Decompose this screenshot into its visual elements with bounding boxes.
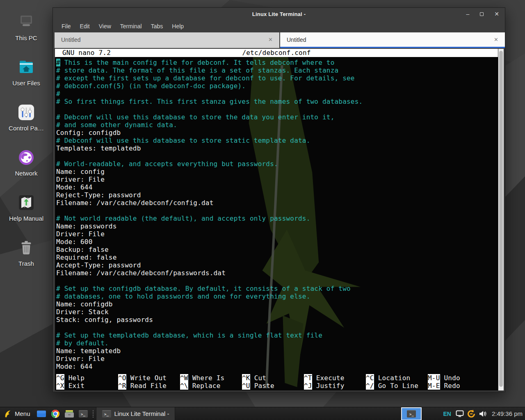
terminal-screen[interactable]: /etc/debconf.conf GNU nano 7.2 # This is… — [55, 49, 498, 390]
shortcut-location: ^CLocation — [366, 374, 428, 382]
shortcut-where-is: ^WWhere Is — [180, 374, 242, 382]
editor-line: Backup: false — [56, 246, 498, 253]
shortcut-undo: M-UUndo — [428, 374, 490, 382]
tab-label: Untitled — [61, 37, 80, 43]
editor-line: # except the first sets up a database fo… — [56, 74, 498, 82]
editor-line: # This is the main config file for debco… — [56, 59, 498, 66]
terminal-icon: >_ — [407, 410, 416, 418]
editor-line: # and some other dynamic data. — [56, 121, 498, 129]
menu-edit[interactable]: Edit — [75, 23, 94, 30]
menu-terminal[interactable]: Terminal — [116, 23, 146, 30]
tab-untitled-2[interactable]: Untitled ✕ — [280, 32, 505, 48]
editor-line: # debconf.conf(5) (in the debconf-doc pa… — [56, 82, 498, 90]
desktop-icon-user-files[interactable]: User Files — [0, 57, 52, 87]
scrollbar[interactable] — [498, 49, 504, 390]
menu-tabs[interactable]: Tabs — [146, 23, 168, 30]
control-panel-icon — [16, 103, 36, 122]
shortcut-execute: ^TExecute — [304, 374, 366, 382]
desktop-icon-label: Trash — [0, 260, 52, 267]
clock[interactable]: 2:49:36 pm — [492, 410, 523, 417]
editor-line: # store data. The format of this file is… — [56, 66, 498, 74]
terminal-icon: >_ — [79, 410, 88, 418]
menu-button[interactable]: Menu — [0, 407, 34, 420]
desktop-icon-label: This PC — [0, 34, 52, 41]
desktop-icon-trash[interactable]: Trash — [0, 238, 52, 267]
shortcut-cut: ^KCut — [242, 374, 304, 382]
terminal-window: Linux Lite Terminal - – ✕ FileEditViewTe… — [52, 7, 505, 392]
desktop-icon-this-pc[interactable]: This PC — [0, 12, 52, 41]
desktop-icon-network[interactable]: Network — [0, 148, 52, 177]
editor-line: # Set up the configdb database. By defau… — [56, 285, 498, 292]
launcher-chrome[interactable] — [49, 408, 62, 420]
editor-line: # Set up the templatedb database, which … — [56, 331, 498, 339]
editor-line: Driver: File — [56, 230, 498, 238]
home-folder-icon — [16, 57, 36, 77]
desktop-icon-blue — [37, 410, 46, 418]
editor-line: Mode: 600 — [56, 238, 498, 246]
editor-line: Mode: 644 — [56, 363, 498, 370]
language-indicator[interactable]: EN — [443, 411, 451, 417]
editor-line: Config: configdb — [56, 129, 498, 137]
shortcut-go-to-line: ^/Go To Line — [366, 382, 428, 390]
editor-line: Driver: File — [56, 355, 498, 363]
editor-line: # World-readable, and accepts everything… — [56, 160, 498, 168]
tab-untitled-1[interactable]: Untitled ✕ — [55, 32, 279, 48]
editor-line: Name: config — [56, 168, 498, 176]
shortcut-justify: ^JJustify — [304, 382, 366, 390]
launcher-desktop[interactable] — [35, 408, 48, 420]
task-button-label: Linux Lite Terminal - — [114, 410, 169, 417]
window-titlebar[interactable]: Linux Lite Terminal - – ✕ — [53, 8, 505, 20]
launcher-archive-manager[interactable] — [63, 408, 75, 420]
close-icon[interactable]: ✕ — [494, 11, 499, 17]
tab-label: Untitled — [287, 37, 306, 43]
editor-line: # by default. — [56, 339, 498, 347]
tab-close-icon[interactable]: ✕ — [268, 37, 273, 43]
editor-line — [56, 105, 498, 113]
shortcut-replace: ^\Replace — [180, 382, 242, 390]
menu-help[interactable]: Help — [167, 23, 188, 30]
editor-line: # Debconf will use this database to stor… — [56, 113, 498, 121]
network-globe-icon — [16, 148, 36, 167]
updates-tray-icon[interactable] — [466, 409, 476, 419]
editor-line — [56, 152, 498, 160]
menu-view[interactable]: View — [94, 23, 116, 30]
editor-content[interactable]: # This is the main config file for debco… — [55, 57, 498, 374]
editor-line: Stack: config, passwords — [56, 316, 498, 324]
editor-line: # Debconf will use this database to stor… — [56, 137, 498, 144]
scrollbar-thumb[interactable] — [499, 51, 503, 387]
shortcut-exit: ^XExit — [56, 382, 118, 390]
menu-button-label: Menu — [15, 410, 30, 417]
editor-line: Name: templatedb — [56, 347, 498, 355]
editor-line: Filename: /var/cache/debconf/passwords.d… — [56, 269, 498, 277]
maximize-icon[interactable] — [480, 11, 484, 17]
display-tray-icon[interactable] — [456, 410, 464, 417]
shortcut-redo: M-ERedo — [428, 382, 490, 390]
shortcut-write-out: ^OWrite Out — [118, 374, 180, 382]
trash-icon — [16, 238, 36, 258]
launcher-terminal[interactable]: >_ — [77, 408, 89, 420]
nano-filename: /etc/debconf.conf — [55, 49, 498, 57]
menu-file[interactable]: File — [57, 23, 75, 30]
text-cursor: # — [56, 59, 60, 66]
desktop-icon-control-panel[interactable]: Control Pa… — [0, 103, 52, 132]
desktop-icon-label: Network — [0, 170, 52, 177]
desktop-icon-help-manual[interactable]: Help Manual — [0, 193, 52, 222]
editor-line: # So first things first. This first stan… — [56, 98, 498, 105]
archive-box-icon — [64, 409, 74, 418]
minimize-icon[interactable]: – — [466, 11, 469, 17]
editor-line: Required: false — [56, 253, 498, 261]
desktop-icon-label: Help Manual — [0, 215, 52, 222]
editor-line: Name: configdb — [56, 300, 498, 308]
taskbar-separator — [93, 410, 94, 418]
indicator-terminal-button[interactable]: >_ — [401, 407, 422, 420]
nano-version: GNU nano 7.2 — [62, 49, 111, 57]
shortcut-paste: ^UPaste — [242, 382, 304, 390]
tab-close-icon[interactable]: ✕ — [494, 37, 498, 43]
nano-titlebar: /etc/debconf.conf GNU nano 7.2 — [55, 49, 498, 57]
chrome-icon — [51, 409, 60, 418]
volume-tray-icon[interactable] — [479, 410, 486, 418]
desktop-icon-label: User Files — [0, 80, 52, 87]
editor-line: Driver: Stack — [56, 308, 498, 316]
task-button-terminal[interactable]: >_ Linux Lite Terminal - — [96, 407, 176, 420]
window-title: Linux Lite Terminal - — [252, 11, 306, 17]
